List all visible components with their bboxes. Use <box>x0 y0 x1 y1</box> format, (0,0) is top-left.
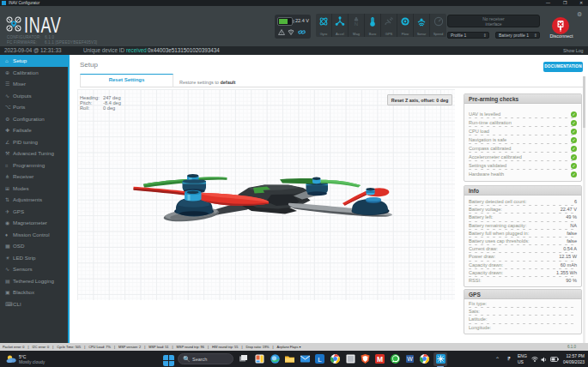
svg-text:M: M <box>377 355 383 364</box>
svg-text:L: L <box>318 356 322 364</box>
svg-text:W: W <box>407 356 413 362</box>
svg-text:N: N <box>355 21 358 27</box>
